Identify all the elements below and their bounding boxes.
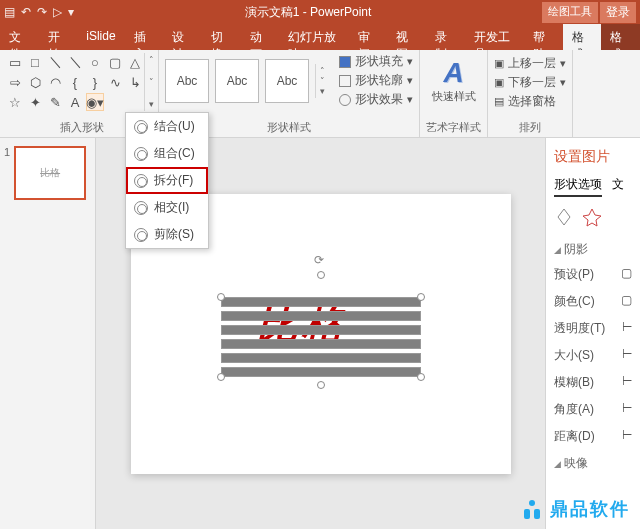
pane-tab-shape[interactable]: 形状选项 [554, 176, 602, 197]
quick-access-toolbar: ▤ ↶ ↷ ▷ ▾ [4, 5, 74, 19]
section-reflection[interactable]: 映像 [554, 455, 632, 472]
send-backward-button[interactable]: ▣ 下移一层 ▾ [494, 74, 566, 91]
shape-arc-icon[interactable]: ◠ [46, 73, 64, 91]
tab-transition[interactable]: 切换 [202, 24, 241, 50]
angle-input[interactable]: ⊢ [622, 401, 632, 418]
chevron-down-icon[interactable]: ˅ [145, 77, 158, 87]
menu-subtract[interactable]: 剪除(S) [126, 221, 208, 248]
shape-text-icon[interactable]: A [66, 93, 84, 111]
shape-arrow-icon[interactable]: ⇨ [6, 73, 24, 91]
menu-combine[interactable]: 组合(C) [126, 140, 208, 167]
watermark: 鼎品软件 [520, 497, 630, 521]
shape-edit-icon[interactable]: ✎ [46, 93, 64, 111]
tab-file[interactable]: 文件 [0, 24, 39, 50]
shape-style-preset[interactable]: Abc [265, 59, 309, 103]
distance-input[interactable]: ⊢ [622, 428, 632, 445]
ribbon: ▭ □ ＼ ＼ ○ ▢ △ ⇨ ⬡ ◠ { } ∿ ↳ ☆ ✦ ✎ A ◉▾ ˄… [0, 50, 640, 138]
tab-animation[interactable]: 动画 [241, 24, 280, 50]
slide-number: 1 [4, 146, 10, 158]
tab-help[interactable]: 帮助 [524, 24, 563, 50]
more-icon[interactable]: ▾ [145, 99, 158, 109]
wordart-icon[interactable]: A [443, 57, 463, 89]
merge-shapes-dropdown: 结合(U) 组合(C) 拆分(F) 相交(I) 剪除(S) [125, 112, 209, 249]
gallery-scroll[interactable]: ˄˅▾ [144, 53, 158, 111]
slide-thumbnail[interactable]: 比格 [14, 146, 86, 200]
pane-tab-text[interactable]: 文 [612, 176, 624, 197]
shape-star-icon[interactable]: ☆ [6, 93, 24, 111]
format-pane: 设置图片 形状选项 文 阴影 预设(P)▢ 颜色(C)▢ 透明度(T)⊢ 大小(… [545, 138, 640, 529]
size-input[interactable]: ⊢ [622, 347, 632, 364]
effect-icon [339, 94, 351, 106]
effects-tab-icon[interactable] [582, 207, 602, 227]
window-title: 演示文稿1 - PowerPoint [74, 4, 542, 21]
shape-outline-button[interactable]: 形状轮廓 ▾ [339, 72, 413, 89]
title-bar: ▤ ↶ ↷ ▷ ▾ 演示文稿1 - PowerPoint 绘图工具 登录 [0, 0, 640, 24]
subtract-icon [134, 228, 148, 242]
shape-merge-icon[interactable]: ◉▾ [86, 93, 104, 111]
tab-review[interactable]: 审阅 [349, 24, 388, 50]
shape-triangle-icon[interactable]: △ [126, 53, 144, 71]
menu-union[interactable]: 结合(U) [126, 113, 208, 140]
login-button[interactable]: 登录 [600, 2, 636, 23]
tab-developer[interactable]: 开发工具 [465, 24, 524, 50]
selection-pane-button[interactable]: ▤ 选择窗格 [494, 93, 566, 110]
shape-effect-button[interactable]: 形状效果 ▾ [339, 91, 413, 108]
transparency-input[interactable]: ⊢ [622, 320, 632, 337]
tab-format-picture[interactable]: 格式 [601, 24, 640, 50]
shape-gallery[interactable]: ▭ □ ＼ ＼ ○ ▢ △ ⇨ ⬡ ◠ { } ∿ ↳ ☆ ✦ ✎ A ◉▾ [6, 53, 144, 111]
tab-design[interactable]: 设计 [163, 24, 202, 50]
quick-style-button[interactable]: 快速样式 [432, 89, 476, 104]
row-color: 颜色(C) [554, 293, 595, 310]
shape-lbrace-icon[interactable]: { [66, 73, 84, 91]
redo-icon[interactable]: ↷ [37, 5, 47, 19]
tab-home[interactable]: 开始 [39, 24, 78, 50]
save-icon[interactable]: ▤ [4, 5, 15, 19]
tab-format-drawing[interactable]: 格式 [563, 24, 602, 50]
shape-line2-icon[interactable]: ＼ [66, 53, 84, 71]
ribbon-tabs: 文件 开始 iSlide 插入 设计 切换 动画 幻灯片放映 审阅 视图 录制 … [0, 24, 640, 50]
shape-connector-icon[interactable]: ↳ [126, 73, 144, 91]
section-shadow[interactable]: 阴影 [554, 241, 632, 258]
tab-record[interactable]: 录制 [426, 24, 465, 50]
union-icon [134, 120, 148, 134]
tab-islide[interactable]: iSlide [77, 24, 124, 50]
shape-line-icon[interactable]: ＼ [46, 53, 64, 71]
rotate-handle-icon[interactable]: ⟳ [314, 253, 324, 267]
watermark-icon [520, 497, 544, 521]
chevron-down-icon[interactable]: ˅ [316, 76, 329, 86]
shape-style-preset[interactable]: Abc [215, 59, 259, 103]
undo-icon[interactable]: ↶ [21, 5, 31, 19]
blur-input[interactable]: ⊢ [622, 374, 632, 391]
shape-hex-icon[interactable]: ⬡ [26, 73, 44, 91]
selected-shapes[interactable]: 比格 ⟳ [221, 279, 421, 389]
shape-textbox-icon[interactable]: ▭ [6, 53, 24, 71]
row-angle: 角度(A) [554, 401, 594, 418]
bring-forward-button[interactable]: ▣ 上移一层 ▾ [494, 55, 566, 72]
shape-style-preset[interactable]: Abc [165, 59, 209, 103]
menu-intersect[interactable]: 相交(I) [126, 194, 208, 221]
shape-oval-icon[interactable]: ○ [86, 53, 104, 71]
tab-slideshow[interactable]: 幻灯片放映 [279, 24, 349, 50]
combine-icon [134, 147, 148, 161]
contextual-tab-label: 绘图工具 [542, 2, 598, 23]
shape-rbrace-icon[interactable]: } [86, 73, 104, 91]
shape-rrect-icon[interactable]: ▢ [106, 53, 124, 71]
tab-insert[interactable]: 插入 [125, 24, 164, 50]
preset-dropdown[interactable]: ▢ [621, 266, 632, 283]
menu-fragment[interactable]: 拆分(F) [126, 167, 208, 194]
qat-more-icon[interactable]: ▾ [68, 5, 74, 19]
chevron-up-icon[interactable]: ˄ [316, 66, 329, 76]
chevron-up-icon[interactable]: ˄ [145, 55, 158, 65]
pane-title: 设置图片 [554, 148, 632, 166]
shape-fill-button[interactable]: 形状填充 ▾ [339, 53, 413, 70]
style-scroll[interactable]: ˄˅▾ [315, 64, 329, 98]
svg-rect-1 [524, 509, 530, 519]
color-dropdown[interactable]: ▢ [621, 293, 632, 310]
fill-tab-icon[interactable] [554, 207, 574, 227]
more-icon[interactable]: ▾ [316, 86, 329, 96]
shape-plus-icon[interactable]: ✦ [26, 93, 44, 111]
shape-rect-icon[interactable]: □ [26, 53, 44, 71]
start-icon[interactable]: ▷ [53, 5, 62, 19]
tab-view[interactable]: 视图 [387, 24, 426, 50]
shape-curve-icon[interactable]: ∿ [106, 73, 124, 91]
